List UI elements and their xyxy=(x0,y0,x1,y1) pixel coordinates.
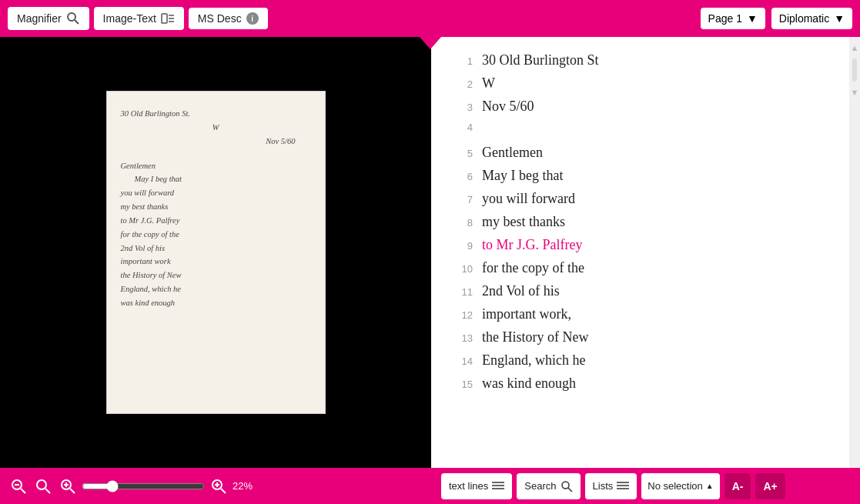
image-text-icon xyxy=(161,12,175,25)
text-tools: text lines Search Lists No selection xyxy=(441,473,852,499)
ms-line-2: W xyxy=(121,121,311,135)
zoom-out-button[interactable] xyxy=(8,476,29,497)
line-text: you will forward xyxy=(482,191,575,207)
ms-line-9: for the copy of the xyxy=(121,228,311,242)
table-row: 9to Mr J.G. Palfrey xyxy=(454,237,826,259)
zoom-max-button[interactable] xyxy=(208,476,229,497)
transcript-scrollbar[interactable]: ▲ ▼ xyxy=(849,37,860,468)
image-text-label: Image-Text xyxy=(103,12,156,25)
line-number: 15 xyxy=(454,379,473,390)
text-lines-icon xyxy=(492,480,504,492)
svg-line-12 xyxy=(70,489,75,493)
zoom-out-icon xyxy=(10,478,27,495)
search-button[interactable]: Search xyxy=(517,473,580,499)
transcript-area[interactable]: 130 Old Burlington St2W3Nov 5/6045Gentle… xyxy=(431,37,849,468)
text-lines-label: text lines xyxy=(449,480,488,492)
zoom-percent-label: 22% xyxy=(233,480,260,492)
svg-point-9 xyxy=(37,480,46,489)
line-number: 10 xyxy=(454,263,473,275)
image-panel: 30 Old Burlington St. W Nov 5/60 Gentlem… xyxy=(0,37,431,468)
ms-desc-label: MS Desc xyxy=(198,12,242,25)
ms-desc-info-icon: i xyxy=(246,12,259,25)
no-selection-dropdown[interactable]: No selection ▲ xyxy=(641,473,719,499)
ms-line-7: my best thanks xyxy=(121,200,311,214)
svg-line-7 xyxy=(21,489,25,493)
line-text: England, which he xyxy=(482,352,585,369)
lists-label: Lists xyxy=(593,480,614,492)
view-select[interactable]: Diplomatic ▼ xyxy=(771,8,852,29)
zoom-in-icon xyxy=(59,478,76,495)
line-text: May I beg that xyxy=(482,168,563,184)
font-increase-button[interactable]: A+ xyxy=(755,473,785,499)
line-text: the History of New xyxy=(482,329,588,345)
svg-line-1 xyxy=(75,20,79,24)
manuscript-image: 30 Old Burlington St. W Nov 5/60 Gentlem… xyxy=(106,91,326,414)
toolbar-right: Page 1 ▼ Diplomatic ▼ xyxy=(701,8,852,29)
line-text: 2nd Vol of his xyxy=(482,283,560,299)
line-number: 1 xyxy=(454,55,473,67)
table-row: 14England, which he xyxy=(454,352,826,374)
line-number: 12 xyxy=(454,309,473,321)
ms-line-10: 2nd Vol of his xyxy=(121,242,311,255)
table-row: 130 Old Burlington St xyxy=(454,52,826,74)
zoom-slider[interactable] xyxy=(82,480,205,492)
line-text: was kind enough xyxy=(482,375,576,392)
font-increase-label: A+ xyxy=(763,480,777,492)
table-row: 4 xyxy=(454,122,826,143)
zoom-max-icon xyxy=(210,478,227,495)
svg-point-22 xyxy=(562,482,569,489)
table-row: 3Nov 5/60 xyxy=(454,98,826,120)
text-lines-button[interactable]: text lines xyxy=(441,473,512,499)
image-text-button[interactable]: Image-Text xyxy=(94,7,184,30)
zoom-controls: 22% xyxy=(8,476,435,497)
table-row: 112nd Vol of his xyxy=(454,283,826,305)
magnifier-label: Magnifier xyxy=(17,12,62,25)
table-row: 5Gentlemen xyxy=(454,145,826,166)
page-dropdown-arrow: ▼ xyxy=(747,12,758,25)
panel-divider-triangle xyxy=(420,37,441,49)
view-dropdown-arrow: ▼ xyxy=(834,12,845,25)
line-number: 7 xyxy=(454,194,473,205)
table-row: 13the History of New xyxy=(454,329,826,351)
table-row: 8my best thanks xyxy=(454,214,826,235)
line-number: 13 xyxy=(454,332,473,344)
line-text: to Mr J.G. Palfrey xyxy=(482,237,582,253)
table-row: 10for the copy of the xyxy=(454,260,826,282)
line-number: 6 xyxy=(454,171,473,182)
line-number: 11 xyxy=(454,286,473,298)
manuscript-overlay: 30 Old Burlington St. W Nov 5/60 Gentlem… xyxy=(107,92,325,413)
zoom-fit-icon xyxy=(35,478,52,495)
ms-line-13: England, which he xyxy=(121,282,311,296)
page-select[interactable]: Page 1 ▼ xyxy=(701,8,765,29)
line-text: for the copy of the xyxy=(482,260,584,276)
line-text: my best thanks xyxy=(482,214,565,230)
ms-line-14: was kind enough xyxy=(121,296,311,310)
line-number: 5 xyxy=(454,148,473,159)
bottom-toolbar: 22% text lines Search Lists xyxy=(0,468,860,504)
magnifier-button[interactable]: Magnifier xyxy=(8,7,89,30)
top-toolbar: Magnifier Image-Text MS Desc i Page 1 ▼ … xyxy=(0,0,860,37)
ms-line-5: May I beg that xyxy=(121,172,311,186)
zoom-fit-button[interactable] xyxy=(32,476,54,497)
font-decrease-button[interactable]: A- xyxy=(724,473,751,499)
main-area: 30 Old Burlington St. W Nov 5/60 Gentlem… xyxy=(0,37,860,468)
ms-line-1: 30 Old Burlington St. xyxy=(121,107,311,121)
table-row: 7you will forward xyxy=(454,191,826,212)
line-text: important work, xyxy=(482,306,571,322)
svg-line-10 xyxy=(45,489,50,493)
scroll-up-arrow[interactable]: ▲ xyxy=(848,40,860,55)
scroll-down-arrow[interactable]: ▼ xyxy=(848,85,860,100)
table-row: 12important work, xyxy=(454,306,826,328)
search-icon xyxy=(561,480,573,492)
no-selection-label: No selection xyxy=(648,480,703,492)
line-text: Nov 5/60 xyxy=(482,98,534,115)
page-label: Page 1 xyxy=(708,12,742,25)
no-selection-arrow: ▲ xyxy=(706,482,714,490)
line-number: 3 xyxy=(454,102,473,113)
zoom-in-button[interactable] xyxy=(57,476,79,497)
line-number: 9 xyxy=(454,240,473,252)
table-row: 2W xyxy=(454,75,826,97)
lists-icon xyxy=(617,480,629,492)
ms-desc-button[interactable]: MS Desc i xyxy=(189,8,268,29)
lists-button[interactable]: Lists xyxy=(585,473,637,499)
